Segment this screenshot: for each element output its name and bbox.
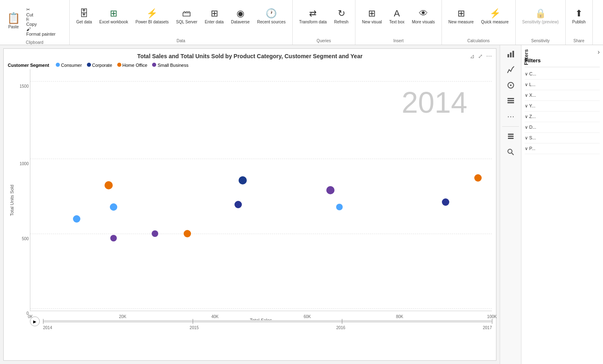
copy-button[interactable]: ⎘ Copy: [24, 16, 58, 25]
chart-title: Total Sales and Total Units Sold by Prod…: [8, 53, 492, 59]
svg-rect-6: [507, 100, 514, 101]
more-options-icon[interactable]: ⋯: [485, 52, 493, 60]
new-visual-button[interactable]: ⊞ New visual: [359, 2, 385, 31]
analytics-button[interactable]: [502, 62, 520, 77]
filter-item-s[interactable]: ∨ S...: [525, 133, 600, 143]
clipboard-label: Clipboard: [3, 40, 66, 45]
right-icon-panel: ⋯: [500, 45, 521, 364]
collapse-filters: ›: [525, 48, 600, 56]
format-button[interactable]: [502, 78, 520, 93]
more-visuals-icon: 👁: [419, 8, 428, 19]
insert-label: Insert: [393, 37, 403, 43]
filters-label: Filters: [523, 49, 529, 65]
enter-data-icon: ⊞: [211, 8, 218, 19]
more-options-panel-button[interactable]: ⋯: [502, 109, 520, 124]
filter-item-p[interactable]: ∨ P...: [525, 143, 600, 154]
powerbi-icon: ⚡: [146, 8, 157, 19]
clipboard-section: 📋 Paste ✂ Cut ⎘ Copy 🖌 Format painter Cl…: [0, 0, 70, 45]
gridline-500: 500: [30, 234, 492, 234]
paste-button[interactable]: 📋 Paste: [3, 7, 24, 34]
publish-button[interactable]: ⬆ Publish: [569, 2, 589, 31]
get-data-button[interactable]: 🗄 Get data: [73, 2, 95, 31]
filter-item-d[interactable]: ∨ D...: [525, 122, 600, 133]
dot-corporate-1: [239, 176, 247, 184]
recent-sources-button[interactable]: 🕐 Recent sources: [254, 2, 289, 31]
calculations-section: ⊞ New measure ⚡ Quick measure Calculatio…: [442, 0, 516, 45]
sql-server-button[interactable]: 🗃 SQL Server: [173, 2, 201, 31]
chart-container: ⊿ ⤢ ⋯ Total Sales and Total Units Sold b…: [0, 45, 500, 364]
refresh-button[interactable]: ↻ Refresh: [331, 2, 352, 31]
dot-smallbiz-1: [110, 235, 117, 241]
filter-item-x[interactable]: ∨ X...: [525, 90, 600, 101]
more-visuals-button[interactable]: 👁 More visuals: [409, 2, 438, 31]
filter-item-y[interactable]: ∨ Y...: [525, 101, 600, 111]
filter-item-c[interactable]: ∨ C...: [525, 69, 600, 80]
sensitivity-icon: 🔒: [535, 8, 546, 19]
dataverse-icon: ◉: [237, 8, 244, 19]
sensitivity-button[interactable]: 🔒 Sensitivity (preview): [519, 2, 562, 31]
svg-point-11: [508, 149, 512, 153]
chart-toolbar: ⊿ ⤢ ⋯: [469, 52, 493, 60]
dot-smallbiz-2: [152, 230, 158, 237]
cut-button[interactable]: ✂ Cut: [24, 6, 58, 15]
enter-data-button[interactable]: ⊞ Enter data: [201, 2, 227, 31]
legend-title: Customer Segment: [8, 63, 49, 68]
visualizations-button[interactable]: [502, 47, 520, 61]
quick-measure-button[interactable]: ⚡ Quick measure: [478, 2, 512, 31]
search-button[interactable]: [502, 145, 520, 159]
chart-body: Total Units Sold 2014 1500 1000: [8, 69, 492, 332]
chart-frame: ⊿ ⤢ ⋯ Total Sales and Total Units Sold b…: [3, 48, 496, 361]
svg-rect-8: [508, 134, 514, 135]
filters-title: Filters: [525, 57, 600, 67]
dot-homeoffice-3: [474, 174, 482, 182]
tick-2015: [193, 319, 193, 324]
svg-point-4: [510, 84, 512, 86]
timeline: ▶ 2014 2015 2016 2017: [30, 311, 492, 332]
filters-sidebar: › Filters Filters ∨ C... ∨ L... ∨ X... ∨…: [521, 45, 603, 364]
cut-icon: ✂: [26, 7, 30, 12]
paste-icon: 📋: [7, 12, 20, 25]
filter-item-z[interactable]: ∨ Z...: [525, 111, 600, 122]
dot-consumer-3: [336, 204, 343, 210]
field-list-button[interactable]: [502, 129, 520, 144]
legend-home-office: Home Office: [117, 63, 148, 68]
timeline-labels: 2014 2015 2016 2017: [43, 325, 492, 330]
play-button[interactable]: ▶: [30, 316, 40, 326]
new-visual-icon: ⊞: [368, 8, 375, 19]
share-label: Share: [573, 37, 585, 43]
filter-item-l[interactable]: ∨ L...: [525, 80, 600, 90]
new-measure-button[interactable]: ⊞ New measure: [445, 2, 477, 31]
svg-rect-7: [507, 102, 514, 103]
power-bi-datasets-button[interactable]: ⚡ Power BI datasets: [132, 2, 172, 31]
scatter-plot: 1500 1000 500 0 0K 20K: [30, 69, 492, 311]
gridline-0: 0: [30, 308, 492, 309]
calculations-label: Calculations: [467, 37, 489, 43]
queries-label: Queries: [316, 37, 331, 43]
dot-corporate-2: [234, 201, 242, 208]
collapse-filters-button[interactable]: ›: [598, 48, 600, 56]
tick-2017: [492, 319, 492, 324]
gridline-1000: 1000: [30, 159, 492, 159]
transform-data-button[interactable]: ⇄ Transform data: [296, 2, 330, 31]
excel-button[interactable]: ⊞ Excel workbook: [96, 2, 131, 31]
insert-section: ⊞ New visual A Text box 👁 More visuals I…: [355, 0, 442, 45]
filter-icon[interactable]: ⊿: [469, 52, 476, 60]
text-box-button[interactable]: A Text box: [386, 2, 407, 31]
get-data-icon: 🗄: [80, 8, 89, 19]
text-box-icon: A: [394, 8, 400, 19]
focus-icon[interactable]: ⤢: [477, 52, 484, 60]
svg-rect-10: [508, 138, 514, 139]
y-axis-label: Total Units Sold: [8, 69, 16, 332]
recent-sources-icon: 🕐: [266, 8, 277, 19]
refresh-icon: ↻: [338, 8, 345, 19]
paste-label: Paste: [8, 25, 19, 29]
svg-line-12: [512, 153, 514, 155]
svg-rect-2: [512, 51, 514, 57]
svg-rect-9: [508, 136, 514, 137]
format-painter-button[interactable]: 🖌 Format painter: [24, 26, 58, 35]
svg-rect-0: [507, 54, 509, 57]
sensitivity-label: Sensitivity: [531, 37, 550, 43]
dataverse-button[interactable]: ◉ Dataverse: [228, 2, 253, 31]
copy-icon: ⎘: [26, 17, 29, 22]
fields-button[interactable]: [502, 93, 520, 108]
